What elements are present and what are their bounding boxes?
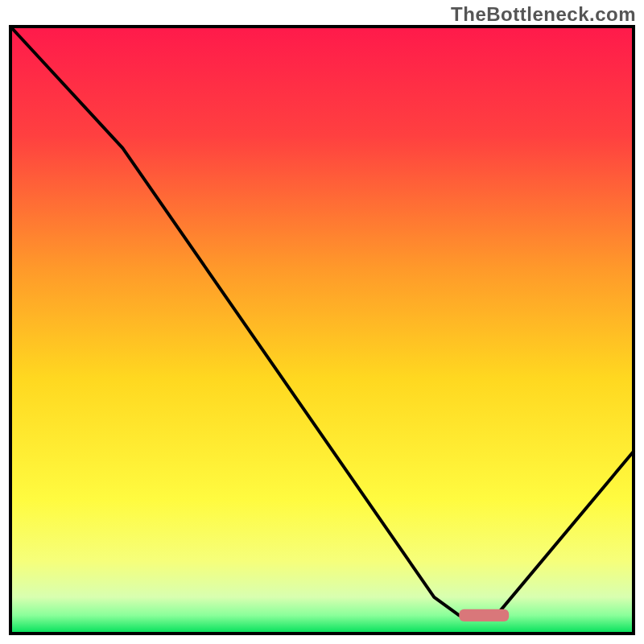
plot-background <box>10 27 634 634</box>
chart-frame: TheBottleneck.com <box>0 0 644 644</box>
bottleneck-chart <box>8 24 636 636</box>
optimal-marker <box>459 609 509 621</box>
watermark-text: TheBottleneck.com <box>451 3 636 26</box>
